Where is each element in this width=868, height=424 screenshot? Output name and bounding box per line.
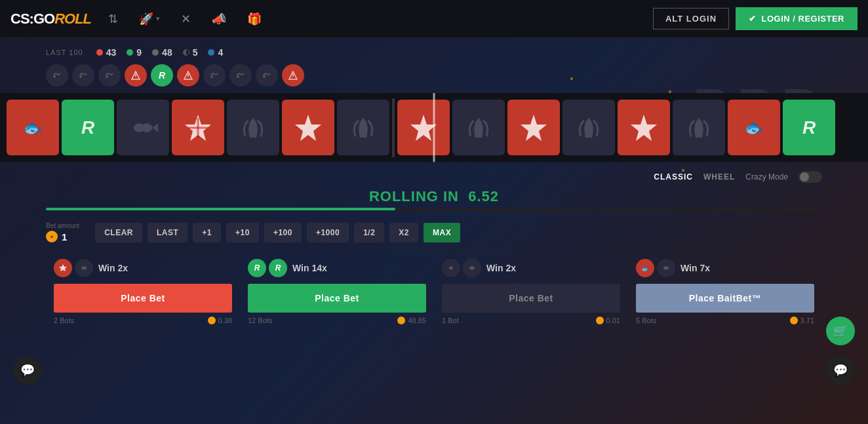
svg-point-9: [263, 75, 266, 78]
hist-7: [229, 64, 252, 87]
panel-2-icon1: [442, 259, 460, 277]
toggle-knob: [800, 172, 809, 182]
panel-2-icons: [442, 259, 481, 277]
alt-login-button[interactable]: ALT LOGIN: [653, 8, 729, 29]
hist-0: [46, 64, 68, 87]
bet-amount-value: 1: [62, 231, 67, 242]
wheel-item-14: R: [783, 100, 835, 155]
panel-3-icon2: [657, 259, 675, 277]
panel-0-coin: [208, 317, 216, 324]
panel-1-icon2: R: [269, 259, 287, 277]
panel-1-bots-label: 12 Bots: [248, 317, 272, 324]
svg-point-1: [79, 75, 82, 78]
navbar: CS:GOROLL ⇅ 🚀 ▾ ✕ 📣 🎁 ALT LOGIN ✔ LOGIN …: [0, 0, 868, 38]
stat-red: 43: [96, 47, 117, 58]
nav-rocket-icon[interactable]: 🚀 ▾: [135, 8, 164, 30]
svg-marker-16: [295, 115, 321, 141]
place-bet-button-1[interactable]: Place Bet: [248, 284, 426, 313]
chat-button-left[interactable]: 💬: [13, 356, 42, 385]
wheel-center-line: [433, 93, 435, 162]
svg-marker-20: [59, 264, 67, 271]
panel-2-coin: [596, 317, 604, 324]
hist-9: [282, 64, 304, 87]
place-baitbet-button[interactable]: Place BaitBet™: [636, 284, 814, 313]
plus100-button[interactable]: +100: [264, 223, 302, 242]
bet-panel-0: Win 2x Place Bet 2 Bots 0.38: [46, 249, 240, 334]
login-register-button[interactable]: ✔ LOGIN / REGISTER: [736, 7, 858, 30]
panel-0-icon1: [54, 259, 72, 277]
chat-button-right[interactable]: 💬: [826, 356, 855, 385]
r-icon-2: R: [802, 117, 816, 138]
nav-cross-icon[interactable]: ✕: [177, 8, 195, 30]
panel-3-bots-row: 5 Bots 3.71: [636, 317, 814, 324]
panel-1-bots-row: 12 Bots 48.85: [248, 317, 426, 324]
max-button[interactable]: MAX: [424, 223, 460, 242]
wheel-item-12: [673, 100, 725, 155]
stat-half: 5: [183, 47, 198, 58]
plus10-button[interactable]: +10: [226, 223, 259, 242]
hist-4: R: [151, 64, 173, 87]
nav-gift-icon[interactable]: 🎁: [243, 8, 266, 30]
dot-gray: [152, 49, 159, 56]
rolling-text: ROLLING IN 6.52: [46, 188, 822, 205]
last100-label: LAST 100: [46, 48, 83, 56]
wheel-item-10: [562, 100, 615, 155]
strip-separator: [392, 98, 395, 157]
last-button[interactable]: LAST: [148, 223, 187, 242]
nav-megaphone-icon[interactable]: 📣: [208, 8, 230, 30]
stat-green: 9: [127, 47, 142, 58]
hist-6: [203, 64, 226, 87]
wheel-item-3: [172, 100, 224, 155]
r-icon: R: [81, 117, 94, 138]
wheel-item-4: [227, 100, 279, 155]
hist-1: [72, 64, 94, 87]
bet-panel-1: R R Win 14x Place Bet 12 Bots 48.85: [240, 249, 434, 334]
wheel-item-1: R: [62, 100, 114, 155]
crazy-mode-toggle[interactable]: [799, 171, 822, 183]
panel-2-win-label: Win 2x: [486, 263, 516, 273]
nav-icons: ⇅ 🚀 ▾ ✕ 📣 🎁: [104, 8, 653, 30]
dot-half: [183, 49, 189, 56]
place-bet-button-2[interactable]: Place Bet: [442, 284, 620, 313]
wheel-strip-container: 🐟 R: [0, 93, 868, 162]
classic-mode-button[interactable]: CLASSIC: [654, 172, 693, 182]
wheel-item-11: [618, 100, 670, 155]
panel-1-icons: R R: [248, 259, 287, 277]
panel-3-bots-amount: 3.71: [790, 317, 814, 324]
plus1000-button[interactable]: +1000: [307, 223, 349, 242]
stat-blue: 4: [208, 47, 223, 58]
plus1-button[interactable]: +1: [193, 223, 221, 242]
bet-amount-input: ● 1: [46, 231, 79, 242]
hist-2: [98, 64, 121, 87]
nav-trade-icon[interactable]: ⇅: [104, 8, 122, 30]
nav-right: ALT LOGIN ✔ LOGIN / REGISTER: [653, 7, 858, 30]
svg-marker-19: [631, 115, 657, 141]
panel-0-win-label: Win 2x: [98, 263, 128, 273]
panel-1-win-label: Win 14x: [292, 263, 327, 273]
panel-0-header: Win 2x: [54, 259, 232, 277]
panel-3-icon1: 🐟: [636, 259, 654, 277]
svg-point-8: [237, 75, 239, 78]
x2-button[interactable]: X2: [389, 223, 418, 242]
svg-marker-18: [521, 115, 547, 141]
panel-0-bots-amount: 0.38: [208, 317, 232, 324]
dot-red: [96, 49, 103, 56]
panel-2-header: Win 2x: [442, 259, 620, 277]
panel-3-bots-label: 5 Bots: [636, 317, 656, 324]
panel-1-bots-amount: 48.85: [397, 317, 426, 324]
cart-button[interactable]: 🛒: [826, 317, 855, 345]
place-bet-button-0[interactable]: Place Bet: [54, 284, 232, 313]
panel-3-header: 🐟 Win 7x: [636, 259, 814, 277]
bet-coin-icon: ●: [46, 231, 58, 242]
panel-0-icon2: [75, 259, 93, 277]
clear-button[interactable]: CLEAR: [95, 223, 142, 242]
panel-0-bots-row: 2 Bots 0.38: [54, 317, 232, 324]
panel-0-icons: [54, 259, 93, 277]
svg-point-2: [106, 75, 108, 78]
svg-point-0: [53, 75, 56, 78]
bet-panel-2: Win 2x Place Bet 1 Bot 0.01: [434, 249, 628, 334]
half-button[interactable]: 1/2: [354, 223, 384, 242]
panel-0-bots-label: 2 Bots: [54, 317, 74, 324]
wheel-mode-button[interactable]: WHEEL: [703, 172, 735, 182]
bet-controls: Bet amount ● 1 CLEAR LAST +1 +10 +100 +1…: [0, 216, 868, 246]
